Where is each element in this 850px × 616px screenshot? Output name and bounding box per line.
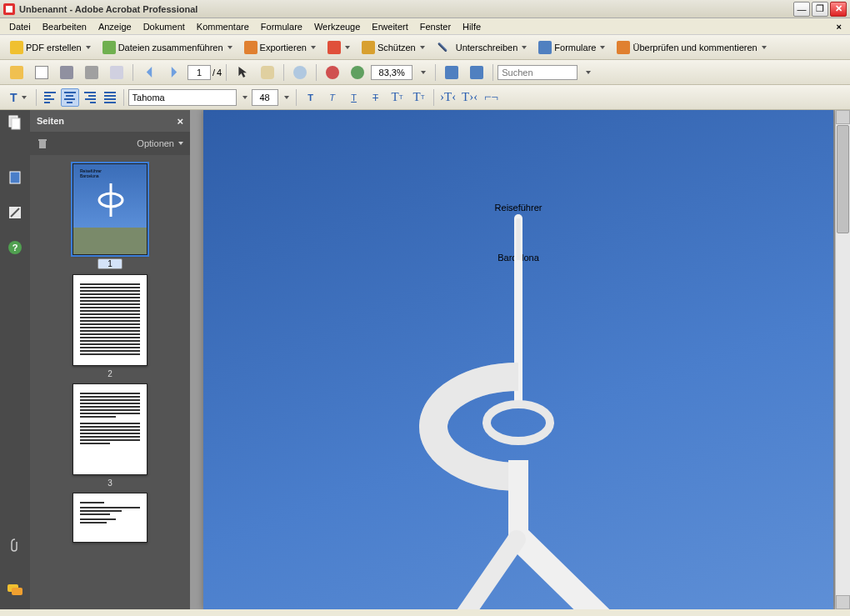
panel-options-button[interactable]: Optionen xyxy=(137,138,183,148)
superscript-button[interactable]: TT xyxy=(388,88,408,107)
bold-button[interactable]: T xyxy=(301,88,321,107)
fit-width-icon xyxy=(470,66,483,79)
signatures-nav-icon[interactable] xyxy=(6,203,24,222)
separator xyxy=(123,89,124,106)
menu-kommentare[interactable]: Kommentare xyxy=(191,20,255,33)
chevron-down-icon xyxy=(421,71,426,74)
help-nav-icon[interactable]: ? xyxy=(6,238,24,257)
close-window-button[interactable]: ✕ xyxy=(830,2,847,17)
new-doc-icon xyxy=(35,66,48,79)
pages-panel: Seiten × Optionen ReiseführerBarcelona 1 xyxy=(30,110,190,609)
bookmarks-nav-icon[interactable] xyxy=(6,168,24,187)
separator xyxy=(226,64,227,81)
page-number-input[interactable] xyxy=(188,65,211,80)
combine-files-button[interactable]: Dateien zusammenführen xyxy=(98,38,238,58)
pages-nav-icon[interactable] xyxy=(6,113,24,132)
marquee-zoom-button[interactable] xyxy=(288,63,312,83)
page-thumbnail-2[interactable]: 2 xyxy=(72,274,148,378)
char-spacing-wide-button[interactable]: T›‹ xyxy=(460,88,480,107)
thumb-number: 2 xyxy=(72,369,148,378)
search-dropdown-button[interactable] xyxy=(579,63,596,83)
fit-page-button[interactable] xyxy=(440,63,463,83)
create-pdf-button[interactable]: PDF erstellen xyxy=(5,38,96,58)
fit-width-button[interactable] xyxy=(465,63,488,83)
attachments-nav-icon[interactable] xyxy=(6,536,24,554)
subscript-button[interactable]: TT xyxy=(409,88,429,107)
separator xyxy=(433,89,434,106)
menu-anzeige[interactable]: Anzeige xyxy=(92,20,138,33)
scroll-up-button[interactable] xyxy=(836,110,850,124)
menu-bearbeiten[interactable]: Bearbeiten xyxy=(37,20,92,33)
menu-datei[interactable]: Datei xyxy=(3,20,37,33)
color-pick-button[interactable] xyxy=(322,38,355,58)
italic-button[interactable]: T xyxy=(322,88,342,107)
page-thumbnail-1[interactable]: ReiseführerBarcelona 1 xyxy=(72,163,148,269)
prev-page-button[interactable] xyxy=(138,63,161,83)
close-panel-button[interactable]: × xyxy=(177,115,183,128)
page-thumbnail-4[interactable] xyxy=(72,493,148,543)
vertical-scrollbar[interactable] xyxy=(835,110,850,609)
print-button[interactable] xyxy=(80,63,103,83)
crop-text-button[interactable]: ⌐¬ xyxy=(482,88,502,107)
align-justify-button[interactable] xyxy=(101,88,119,107)
tower-image xyxy=(310,210,727,609)
font-size-select[interactable] xyxy=(252,89,278,106)
zoom-in-button[interactable] xyxy=(346,63,369,83)
align-left-button[interactable] xyxy=(41,88,59,107)
zoom-value-input[interactable] xyxy=(371,65,412,80)
scroll-down-button[interactable] xyxy=(836,595,850,609)
svg-rect-2 xyxy=(10,172,20,183)
menu-fenster[interactable]: Fenster xyxy=(414,20,457,33)
select-tool-button[interactable] xyxy=(231,63,254,83)
forms-button[interactable]: Formulare xyxy=(533,38,610,58)
scroll-thumb[interactable] xyxy=(837,125,849,233)
sign-button[interactable]: Unterschreiben xyxy=(432,38,532,58)
menu-hilfe[interactable]: Hilfe xyxy=(457,20,487,33)
app-icon xyxy=(3,3,15,15)
document-view[interactable]: Reiseführer Barcelona xyxy=(190,110,850,609)
svg-rect-6 xyxy=(39,141,46,148)
next-page-button[interactable] xyxy=(162,63,186,83)
combine-files-label: Dateien zusammenführen xyxy=(118,43,223,53)
font-name-dropdown[interactable] xyxy=(238,88,250,108)
trash-icon[interactable] xyxy=(37,138,48,149)
new-button[interactable] xyxy=(30,63,53,83)
floppy-icon xyxy=(60,66,73,79)
underline-button[interactable]: T xyxy=(344,88,364,107)
zoom-out-button[interactable] xyxy=(321,63,344,83)
minus-icon xyxy=(326,66,339,79)
font-name-select[interactable] xyxy=(128,89,237,106)
review-button[interactable]: Überprüfen und kommentieren xyxy=(612,38,771,58)
open-button[interactable] xyxy=(5,63,28,83)
separator xyxy=(435,64,436,81)
zoom-dropdown-button[interactable] xyxy=(414,63,431,83)
align-right-button[interactable] xyxy=(81,88,99,107)
comments-nav-icon[interactable] xyxy=(6,581,24,599)
export-button[interactable]: Exportieren xyxy=(239,38,321,58)
strikethrough-button[interactable]: T xyxy=(366,88,386,107)
maximize-button[interactable]: ❐ xyxy=(812,2,828,17)
save-button[interactable] xyxy=(55,63,78,83)
menu-werkzeuge[interactable]: Werkzeuge xyxy=(308,20,366,33)
secure-label: Schützen xyxy=(378,43,416,53)
review-label: Überprüfen und kommentieren xyxy=(632,43,757,53)
secure-button[interactable]: Schützen xyxy=(357,38,430,58)
thumbnails-list[interactable]: ReiseführerBarcelona 1 2 3 xyxy=(30,155,190,609)
minimize-button[interactable]: — xyxy=(793,2,810,17)
menu-erweitert[interactable]: Erweitert xyxy=(366,20,413,33)
hand-tool-button[interactable] xyxy=(256,63,279,83)
chevron-down-icon xyxy=(242,96,248,99)
menu-dokument[interactable]: Dokument xyxy=(138,20,191,33)
search-input[interactable] xyxy=(498,65,578,80)
text-color-button[interactable]: T xyxy=(5,88,32,108)
char-spacing-button[interactable]: ›T‹ xyxy=(438,88,458,107)
email-button[interactable] xyxy=(105,63,128,83)
font-size-dropdown[interactable] xyxy=(280,88,292,108)
svg-rect-7 xyxy=(38,139,47,141)
file-nav-toolbar: / 4 xyxy=(0,60,850,85)
thumb-number: 1 xyxy=(98,258,122,269)
menu-formulare[interactable]: Formulare xyxy=(255,20,308,33)
page-thumbnail-3[interactable]: 3 xyxy=(72,383,148,488)
close-document-button[interactable]: × xyxy=(832,22,847,32)
align-center-button[interactable] xyxy=(61,88,79,107)
